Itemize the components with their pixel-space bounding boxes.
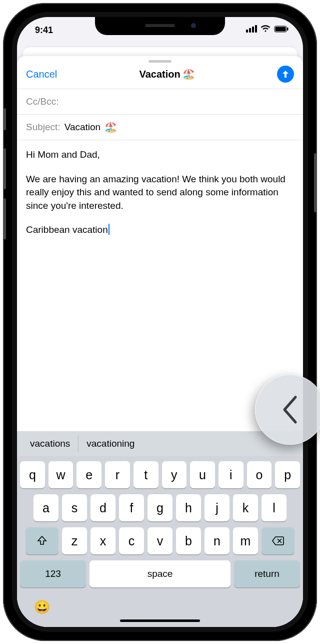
key-c[interactable]: c: [119, 527, 144, 554]
beach-umbrella-emoji: 🏖️: [182, 69, 195, 79]
subject-field[interactable]: Subject: Vacation 🏖️: [17, 114, 303, 140]
key-z[interactable]: z: [62, 527, 87, 554]
key-v[interactable]: v: [148, 527, 172, 554]
notch: [95, 17, 225, 35]
wifi-icon: [260, 25, 270, 33]
emoji-key[interactable]: 😀: [34, 599, 50, 615]
status-time: 9:41: [35, 25, 53, 36]
key-d[interactable]: d: [90, 494, 116, 521]
screen: 9:41 Cancel Vacation 🏖️: [17, 17, 303, 627]
key-u[interactable]: u: [190, 461, 215, 488]
side-button: [314, 153, 317, 212]
predictive-bar: vacations vacationing: [17, 431, 303, 456]
key-b[interactable]: b: [176, 527, 201, 554]
sheet-grabber[interactable]: [148, 60, 172, 63]
key-w[interactable]: w: [48, 461, 74, 488]
subject-label: Subject:: [26, 122, 60, 133]
key-o[interactable]: o: [247, 461, 272, 488]
beach-umbrella-emoji: 🏖️: [104, 122, 117, 132]
ccbcc-label: Cc/Bcc:: [26, 96, 58, 107]
compose-navbar: Cancel Vacation 🏖️: [17, 64, 303, 89]
suggestion-2[interactable]: vacationing: [78, 435, 142, 452]
assistive-touch-button[interactable]: [255, 375, 320, 445]
space-key[interactable]: space: [90, 560, 230, 587]
key-f[interactable]: f: [119, 494, 144, 521]
key-s[interactable]: s: [62, 494, 87, 521]
key-r[interactable]: r: [105, 461, 130, 488]
arrow-up-icon: [281, 70, 290, 79]
key-a[interactable]: a: [34, 494, 58, 521]
key-n[interactable]: n: [204, 527, 230, 554]
key-h[interactable]: h: [176, 494, 201, 521]
compose-title-text: Vacation: [140, 69, 180, 80]
key-t[interactable]: t: [134, 461, 158, 488]
home-indicator[interactable]: [120, 619, 200, 622]
chevron-left-icon: [278, 392, 302, 427]
body-greeting: Hi Mom and Dad,: [26, 148, 294, 162]
phone-frame: 9:41 Cancel Vacation 🏖️: [3, 3, 317, 641]
keyboard: vacations vacationing qwertyuiop asdfghj…: [17, 431, 303, 627]
key-k[interactable]: k: [233, 494, 258, 521]
shift-key[interactable]: [26, 527, 58, 554]
text-cursor: [108, 224, 110, 235]
key-l[interactable]: l: [262, 494, 286, 521]
key-p[interactable]: p: [275, 461, 300, 488]
backspace-icon: [272, 536, 284, 546]
backspace-key[interactable]: [262, 527, 294, 554]
volume-down-button: [3, 198, 6, 239]
ccbcc-field[interactable]: Cc/Bcc:: [17, 89, 303, 114]
key-i[interactable]: i: [218, 461, 244, 488]
compose-title: Vacation 🏖️: [140, 69, 195, 80]
key-e[interactable]: e: [76, 461, 102, 488]
compose-sheet: Cancel Vacation 🏖️ Cc/Bcc: Subject: Vaca…: [17, 56, 303, 627]
volume-up-button: [3, 148, 6, 189]
shift-icon: [36, 535, 48, 546]
return-key[interactable]: return: [234, 560, 300, 587]
suggestion-1[interactable]: vacations: [22, 435, 78, 452]
body-paragraph: We are having an amazing vacation! We th…: [26, 173, 294, 213]
cancel-button[interactable]: Cancel: [26, 69, 57, 80]
body-lastline: Caribbean vacation: [26, 223, 294, 237]
numbers-key[interactable]: 123: [20, 560, 86, 587]
key-q[interactable]: q: [20, 461, 45, 488]
mute-switch: [3, 108, 6, 130]
key-m[interactable]: m: [233, 527, 258, 554]
key-x[interactable]: x: [90, 527, 116, 554]
cellular-signal-icon: [246, 25, 257, 33]
svg-rect-2: [287, 28, 288, 31]
svg-rect-1: [276, 27, 286, 31]
key-y[interactable]: y: [162, 461, 187, 488]
key-g[interactable]: g: [148, 494, 172, 521]
key-j[interactable]: j: [204, 494, 230, 521]
send-button[interactable]: [277, 66, 294, 83]
subject-value: Vacation: [64, 122, 101, 133]
battery-icon: [274, 26, 289, 33]
